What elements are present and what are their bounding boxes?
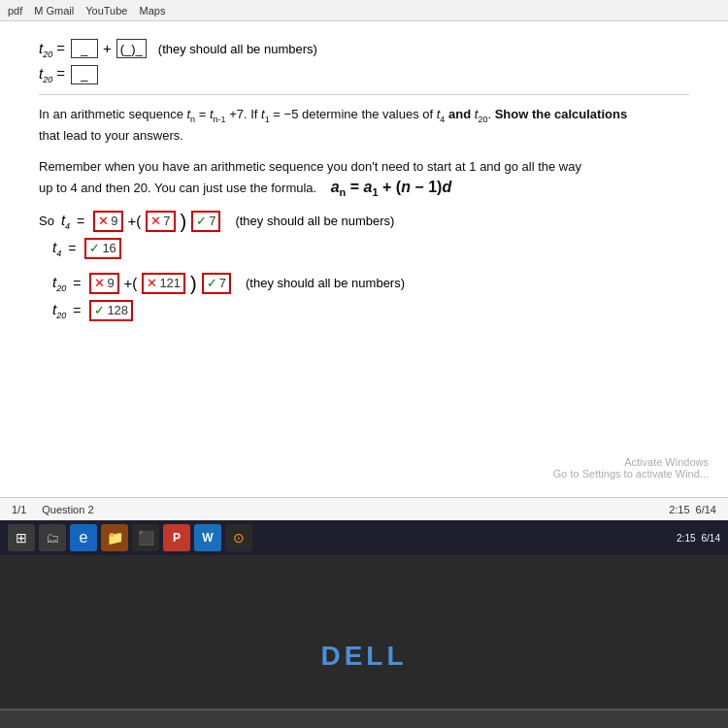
t4-x2: ✕ xyxy=(150,214,161,228)
eq-sign-1: = xyxy=(56,40,65,56)
t20-eq: = xyxy=(73,276,81,291)
dell-logo: DELL xyxy=(320,641,407,672)
watermark-line2: Go to Settings to activate Wind... xyxy=(553,468,709,480)
watermark: Activate Windows Go to Settings to activ… xyxy=(553,456,709,480)
t20-calc-line: t20 = ✕9 +( ✕121 ) ✓7 (they should all b… xyxy=(52,273,689,294)
t4-result-box[interactable]: ✓16 xyxy=(84,238,120,259)
t20-result-check: ✓ xyxy=(94,303,105,317)
t20-result-line: t20 = ✓128 xyxy=(52,300,689,321)
t4-box2[interactable]: ✕7 xyxy=(146,211,175,232)
problem-intro: In an arithmetic sequence tn = tn-1 +7. … xyxy=(39,107,627,121)
t4-box1[interactable]: ✕9 xyxy=(93,211,122,232)
t20-var-2: t20 xyxy=(39,65,52,84)
taskbar-time: 2:15 xyxy=(677,533,695,544)
status-bar: 1/1 Question 2 2:15 6/14 xyxy=(0,497,728,520)
page-info: 1/1 xyxy=(12,504,26,515)
taskbar-edge[interactable]: e xyxy=(70,524,97,551)
status-time: 2:15 xyxy=(669,504,689,515)
laptop-base xyxy=(0,709,728,728)
t4-var: t4 xyxy=(61,212,70,231)
t20-box3[interactable]: ✓7 xyxy=(202,273,231,294)
t20-result-box[interactable]: ✓128 xyxy=(89,300,133,321)
t4-check1: ✓ xyxy=(196,214,207,228)
t20-var: t20 xyxy=(52,274,66,293)
taskbar: ⊞ 🗂 e 📁 ⬛ P W ⊙ 2:15 6/14 xyxy=(0,520,728,555)
status-date: 6/14 xyxy=(696,504,716,515)
divider xyxy=(39,94,689,95)
browser-bar: pdf M Gmail YouTube Maps xyxy=(0,0,728,21)
taskbar-start[interactable]: ⊞ xyxy=(8,524,35,551)
t4-calc-line: So t4 = ✕9 +( ✕7 ) ✓7 (they should all b… xyxy=(39,211,689,232)
browser-maps[interactable]: Maps xyxy=(139,5,165,17)
blank-box-3[interactable]: _ xyxy=(71,65,98,84)
document-area: t20 = _ + (_)_ (they should all be numbe… xyxy=(0,21,728,497)
watermark-line1: Activate Windows xyxy=(553,456,709,468)
browser-gmail[interactable]: M Gmail xyxy=(34,5,74,17)
t4-result-check: ✓ xyxy=(89,241,100,255)
taskbar-folder[interactable]: 📁 xyxy=(101,524,128,551)
t4-result-eq: = xyxy=(68,241,76,256)
reminder-line1: Remember when you have an arithmetic seq… xyxy=(39,159,581,174)
laptop-body: DELL xyxy=(0,555,728,728)
t4-box3[interactable]: ✓7 xyxy=(191,211,220,232)
t20-result-eq: = xyxy=(73,303,81,318)
blank-box-2[interactable]: (_)_ xyxy=(116,39,147,58)
browser-pdf[interactable]: pdf xyxy=(8,5,22,17)
taskbar-powerpoint[interactable]: P xyxy=(163,524,190,551)
taskbar-date: 6/14 xyxy=(702,533,720,544)
t20-x1: ✕ xyxy=(94,276,105,290)
eq-sign-2: = xyxy=(56,65,65,82)
blank-box-1[interactable]: _ xyxy=(71,39,98,58)
t4-result-var: t4 xyxy=(52,239,61,258)
problem-line2: that lead to your answers. xyxy=(39,128,183,143)
t4-plus: +( xyxy=(128,213,142,229)
t4-note: (they should all be numbers) xyxy=(235,214,394,228)
t20-note: (they should all be numbers) xyxy=(246,276,405,290)
taskbar-word[interactable]: W xyxy=(194,524,221,551)
t4-calc-section: So t4 = ✕9 +( ✕7 ) ✓7 (they should all b… xyxy=(39,211,689,259)
t4-result-line: t4 = ✓16 xyxy=(52,238,689,259)
problem-text: In an arithmetic sequence tn = tn-1 +7. … xyxy=(39,105,689,146)
top-equations: t20 = _ + (_)_ (they should all be numbe… xyxy=(39,39,689,84)
eq-line-2: t20 = _ xyxy=(39,65,689,85)
status-right: 2:15 6/14 xyxy=(669,504,716,515)
taskbar-other[interactable]: ⊙ xyxy=(225,524,252,551)
t4-close-paren: ) xyxy=(181,212,187,231)
note-1: (they should all be numbers) xyxy=(158,42,317,56)
so-label: So xyxy=(39,214,54,228)
t20-plus: +( xyxy=(124,275,138,291)
t20-result-var: t20 xyxy=(52,301,66,320)
t20-close-paren: ) xyxy=(190,274,197,293)
plus-sign-1: + xyxy=(103,40,112,56)
t20-box1[interactable]: ✕9 xyxy=(89,273,118,294)
t20-calc-section: t20 = ✕9 +( ✕121 ) ✓7 (they should all b… xyxy=(39,273,689,321)
t20-x2: ✕ xyxy=(147,276,157,290)
taskbar-terminal[interactable]: ⬛ xyxy=(132,524,159,551)
reminder-text: Remember when you have an arithmetic seq… xyxy=(39,157,689,201)
t20-box2[interactable]: ✕121 xyxy=(142,273,185,294)
taskbar-file-manager[interactable]: 🗂 xyxy=(39,524,66,551)
t4-x1: ✕ xyxy=(98,214,109,228)
taskbar-left: ⊞ 🗂 e 📁 ⬛ P W ⊙ xyxy=(8,524,252,551)
t20-var-1: t20 xyxy=(39,40,52,59)
status-left: 1/1 Question 2 xyxy=(12,504,94,515)
reminder-line2: up to 4 and then 20. You can just use th… xyxy=(39,181,451,195)
t20-check1: ✓ xyxy=(207,276,217,290)
browser-youtube[interactable]: YouTube xyxy=(85,5,127,17)
t4-eq: = xyxy=(77,214,84,229)
eq-line-1: t20 = _ + (_)_ (they should all be numbe… xyxy=(39,39,689,59)
taskbar-right: 2:15 6/14 xyxy=(677,533,720,544)
question-label: Question 2 xyxy=(42,504,93,515)
